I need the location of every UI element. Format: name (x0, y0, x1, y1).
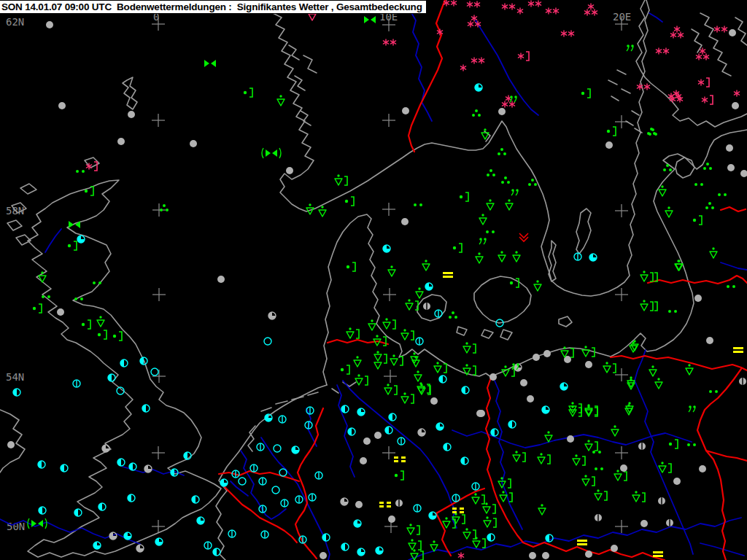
cloud-cover-6-okta-gray-icon (136, 545, 144, 552)
cloud-cover-6-okta-icon (93, 542, 101, 549)
cloud-cover-6-okta-gray-icon (102, 445, 109, 452)
grid-label: 50N (7, 521, 25, 532)
cloud-cover-6-okta-gray-icon (144, 465, 152, 472)
overcast-gray-icon (58, 102, 66, 109)
overcast-gray-icon (430, 397, 438, 405)
overcast-gray-icon (360, 457, 367, 464)
overcast-gray-icon (374, 432, 382, 439)
cloud-cover-6-okta-icon (357, 548, 365, 556)
cloud-cover-7-okta-gray-icon (638, 443, 646, 450)
overcast-gray-icon (46, 21, 53, 28)
cloud-cover-7-okta-gray-icon (666, 519, 673, 526)
cloud-cover-7-okta-gray-icon (595, 514, 602, 521)
overcast-gray-icon (620, 464, 627, 472)
cloud-cover-7-okta-gray-icon (395, 499, 403, 507)
overcast-gray-icon (585, 551, 592, 558)
overcast-gray-icon (699, 465, 706, 472)
weather-map-screen: 62N58N54N50N010E20E SON 14.01.07 09:00 U… (0, 0, 747, 560)
overcast-gray-icon (694, 295, 702, 302)
cloud-cover-6-okta-icon (589, 254, 597, 261)
overcast-gray-icon (529, 552, 536, 559)
cloud-cover-7-okta-gray-icon (658, 497, 665, 505)
overcast-gray-icon (520, 379, 527, 386)
overcast-gray-icon (489, 373, 497, 381)
map-title-bar: SON 14.01.07 09:00 UTC Bodenwettermeldun… (0, 0, 427, 14)
cloud-cover-6-okta-icon (436, 423, 444, 430)
cloud-cover-6-okta-icon (220, 479, 228, 486)
overcast-gray-icon (388, 516, 395, 523)
cloud-cover-6-okta-gray-icon (109, 532, 117, 540)
overcast-gray-icon (128, 111, 135, 118)
cloud-cover-6-okta-icon (383, 245, 390, 252)
cloud-cover-6-okta-icon (376, 547, 383, 554)
overcast-gray-icon (732, 102, 739, 109)
overcast-gray-icon (729, 29, 736, 36)
cloud-cover-6-okta-icon (77, 236, 85, 243)
cloud-cover-7-okta-gray-icon (739, 378, 746, 385)
overcast-gray-icon (286, 167, 293, 174)
overcast-gray-icon (57, 308, 64, 316)
overcast-gray-icon (7, 441, 15, 448)
overcast-gray-icon (478, 410, 485, 417)
cloud-cover-6-okta-icon (475, 84, 482, 91)
overcast-gray-icon (498, 108, 506, 115)
overcast-gray-icon (706, 337, 713, 344)
overcast-gray-icon (726, 144, 733, 152)
overcast-gray-icon (585, 361, 592, 368)
cloud-cover-6-okta-icon (155, 538, 163, 545)
weather-map: 62N58N54N50N010E20E (0, 0, 747, 560)
overcast-gray-icon (543, 350, 551, 357)
cloud-cover-6-okta-icon (560, 383, 568, 390)
overcast-gray-icon (527, 395, 534, 402)
overcast-gray-icon (217, 276, 225, 283)
cloud-cover-6-okta-icon (292, 446, 299, 454)
overcast-gray-icon (402, 107, 409, 114)
grid-label: 62N (6, 16, 24, 28)
overcast-gray-icon (190, 140, 197, 147)
overcast-gray-icon (605, 141, 613, 149)
grid-label: 54N (6, 371, 24, 383)
cloud-cover-6-okta-icon (197, 517, 204, 524)
cloud-cover-7-okta-gray-icon (423, 303, 430, 310)
overcast-gray-icon (567, 435, 574, 443)
cloud-cover-6-okta-icon (542, 406, 549, 413)
cloud-cover-6-okta-icon (429, 512, 436, 519)
overcast-gray-icon (727, 164, 735, 171)
overcast-gray-icon (640, 520, 648, 527)
overcast-gray-icon (355, 501, 363, 508)
overcast-gray-icon (117, 138, 125, 145)
cloud-cover-6-okta-icon (354, 520, 361, 527)
overcast-gray-icon (363, 438, 371, 445)
overcast-gray-icon (533, 354, 540, 361)
overcast-gray-icon (673, 478, 681, 485)
cloud-cover-6-okta-gray-icon (418, 429, 425, 436)
cloud-cover-6-okta-icon (425, 283, 433, 290)
cloud-cover-6-okta-icon (357, 408, 365, 416)
cloud-cover-6-okta-icon (265, 414, 272, 421)
overcast-gray-icon (320, 552, 327, 559)
overcast-gray-icon (401, 218, 409, 225)
cloud-cover-6-okta-gray-icon (341, 498, 348, 505)
cloud-cover-6-okta-gray-icon (268, 312, 276, 319)
overcast-gray-icon (542, 552, 549, 559)
grid-label: 20E (613, 11, 631, 23)
cloud-cover-6-okta-icon (124, 532, 131, 540)
overcast-gray-icon (611, 545, 618, 552)
